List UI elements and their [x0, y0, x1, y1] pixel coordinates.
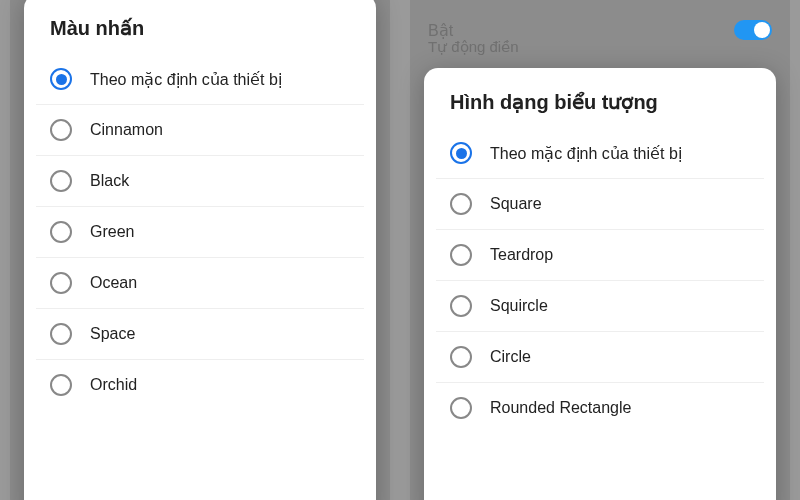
option-row[interactable]: Rounded Rectangle [436, 383, 764, 433]
option-row[interactable]: Square [436, 179, 764, 230]
option-label: Square [490, 195, 542, 213]
option-label: Circle [490, 348, 531, 366]
option-row[interactable]: Green [36, 207, 364, 258]
option-row[interactable]: Theo mặc định của thiết bị [36, 54, 364, 105]
option-row[interactable]: Space [36, 309, 364, 360]
option-row[interactable]: Squircle [436, 281, 764, 332]
radio-icon[interactable] [50, 68, 72, 90]
option-label: Teardrop [490, 246, 553, 264]
option-label: Theo mặc định của thiết bị [90, 70, 282, 89]
toggle-switch-icon[interactable] [734, 20, 772, 40]
option-label: Space [90, 325, 135, 343]
option-row[interactable]: Teardrop [436, 230, 764, 281]
radio-icon[interactable] [450, 193, 472, 215]
background-toggle-label: Bật [428, 21, 453, 40]
phone-right: Bật Tự động điền Hình dạng biểu tượng Th… [410, 0, 790, 500]
radio-icon[interactable] [50, 374, 72, 396]
radio-icon[interactable] [50, 119, 72, 141]
accent-color-dialog: Màu nhấn Theo mặc định của thiết bịCinna… [24, 0, 376, 500]
option-label: Squircle [490, 297, 548, 315]
shape-options-list: Theo mặc định của thiết bịSquareTeardrop… [424, 128, 776, 433]
radio-icon[interactable] [50, 272, 72, 294]
radio-icon[interactable] [450, 295, 472, 317]
option-row[interactable]: Orchid [36, 360, 364, 410]
option-row[interactable]: Cinnamon [36, 105, 364, 156]
radio-icon[interactable] [450, 244, 472, 266]
background-subtext: Tự động điền [428, 38, 519, 56]
icon-shape-dialog: Hình dạng biểu tượng Theo mặc định của t… [424, 68, 776, 500]
option-row[interactable]: Ocean [36, 258, 364, 309]
option-row[interactable]: Circle [436, 332, 764, 383]
option-label: Rounded Rectangle [490, 399, 631, 417]
option-label: Ocean [90, 274, 137, 292]
accent-options-list: Theo mặc định của thiết bịCinnamonBlackG… [24, 54, 376, 410]
radio-icon[interactable] [450, 397, 472, 419]
option-label: Green [90, 223, 134, 241]
radio-icon[interactable] [50, 221, 72, 243]
option-row[interactable]: Black [36, 156, 364, 207]
radio-icon[interactable] [50, 323, 72, 345]
option-label: Orchid [90, 376, 137, 394]
dialog-title: Hình dạng biểu tượng [424, 90, 776, 128]
option-row[interactable]: Theo mặc định của thiết bị [436, 128, 764, 179]
radio-icon[interactable] [450, 142, 472, 164]
phone-left: Màu nhấn Theo mặc định của thiết bịCinna… [10, 0, 390, 500]
radio-icon[interactable] [450, 346, 472, 368]
radio-icon[interactable] [50, 170, 72, 192]
dialog-title: Màu nhấn [24, 16, 376, 54]
option-label: Black [90, 172, 129, 190]
option-label: Cinnamon [90, 121, 163, 139]
option-label: Theo mặc định của thiết bị [490, 144, 682, 163]
